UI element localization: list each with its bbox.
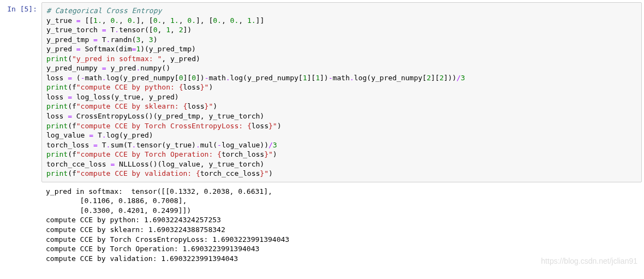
code-line-6: print("y_pred in softmax: ", y_pred) xyxy=(46,55,200,63)
code-line-11: print(f"compute CCE by sklearn: {loss}") xyxy=(46,102,217,110)
code-line-7: y_pred_numpy = y_pred.numpy() xyxy=(46,64,170,72)
code-line-10: loss = log_loss(y_true, y_pred) xyxy=(46,93,179,101)
code-line-13: print(f"compute CCE by Torch CrossEntrop… xyxy=(46,122,282,130)
code-line-15: torch_loss = T.sum(T.tensor(y_true).mul(… xyxy=(46,141,277,149)
code-line-4: y_pred_tmp = T.randn(3, 3) xyxy=(46,35,158,44)
input-prompt: In [5]: xyxy=(2,2,41,13)
code-line-17: torch_cce_loss = NLLLoss()(log_value, y_… xyxy=(46,160,264,168)
code-line-1: # Categorical Cross Entropy xyxy=(46,7,162,15)
code-line-8: loss = (-math.log(y_pred_numpy[0][0])-ma… xyxy=(46,74,465,82)
code-line-9: print(f"compute CCE by python: {loss}") xyxy=(46,83,213,91)
out-line-2: [0.1106, 0.1886, 0.7008], xyxy=(46,197,187,205)
code-line-3: y_true_torch = T.tensor([0, 1, 2]) xyxy=(46,26,192,34)
out-line-7: compute CCE by Torch Operation: 1.690322… xyxy=(46,245,259,253)
code-line-14: log_value = T.log(y_pred) xyxy=(46,131,153,139)
code-line-18: print(f"compute CCE by validation: {torc… xyxy=(46,169,273,177)
out-line-3: [0.3300, 0.4201, 0.2499]]) xyxy=(46,206,191,215)
output-cell: Out[5]: y_pred in softmax: tensor([[0.13… xyxy=(2,182,642,266)
code-line-12: loss = CrossEntropyLoss()(y_pred_tmp, y_… xyxy=(46,112,264,120)
out-line-8: compute CCE by validation: 1.69032239913… xyxy=(46,254,238,263)
code-line-5: y_pred = Softmax(dim=1)(y_pred_tmp) xyxy=(46,45,196,53)
code-cell: In [5]: # Categorical Cross Entropy y_tr… xyxy=(2,2,642,182)
code-line-16: print(f"compute CCE by Torch Operation: … xyxy=(46,150,277,158)
out-line-4: compute CCE by python: 1.690322432425725… xyxy=(46,216,221,224)
code-output-area: y_pred in softmax: tensor([[0.1332, 0.20… xyxy=(41,182,642,266)
out-line-5: compute CCE by sklearn: 1.69032243887583… xyxy=(46,225,225,234)
out-line-6: compute CCE by Torch CrossEntropyLoss: 1… xyxy=(46,235,289,244)
code-line-2: y_true = [[1., 0., 0.], [0., 1., 0.], [0… xyxy=(46,16,264,25)
out-line-1: y_pred in softmax: tensor([[0.1332, 0.20… xyxy=(46,187,272,195)
code-input-area[interactable]: # Categorical Cross Entropy y_true = [[1… xyxy=(41,2,642,182)
